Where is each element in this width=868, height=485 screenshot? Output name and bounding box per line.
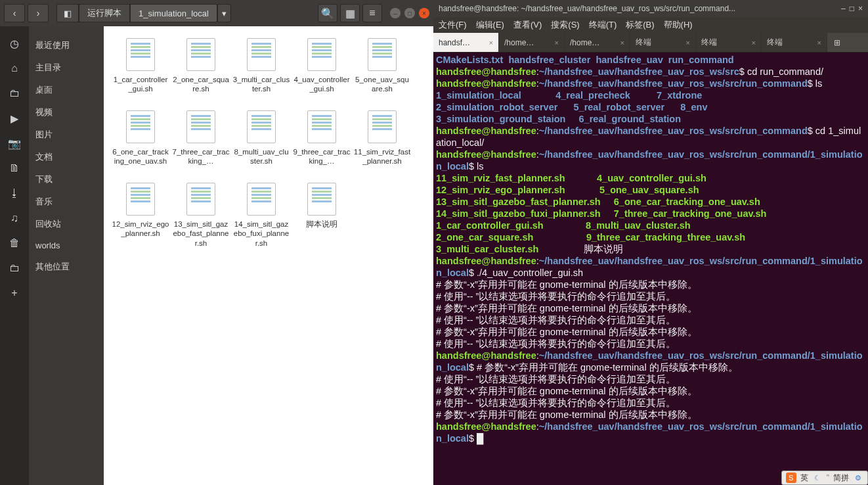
terminal-title: handsfree@handsfree: ~/handsfree_uav/han…	[439, 4, 837, 13]
window-minimize-button[interactable]: –	[390, 8, 401, 18]
window-maximize-button[interactable]: □	[404, 8, 415, 18]
file-item[interactable]: 8_multi_uav_cluster.sh	[231, 108, 292, 180]
place-item-6[interactable]: 下载	[29, 168, 104, 191]
hamburger-icon: ≡	[369, 7, 375, 19]
breadcrumb-item-0[interactable]: 运行脚本	[79, 4, 130, 22]
terminal-tab-1[interactable]: /home…×	[499, 33, 565, 52]
file-item[interactable]: 12_sim_rviz_ego_planner.sh	[110, 180, 171, 252]
view-grid-button[interactable]: ▦	[340, 4, 360, 22]
place-item-7[interactable]: 音乐	[29, 191, 104, 213]
file-icon	[126, 183, 155, 216]
ime-moon-icon: ☾	[812, 473, 823, 483]
file-item[interactable]: 3_multi_car_cluster.sh	[231, 35, 292, 108]
ime-layout: 简拼	[833, 473, 849, 484]
back-button[interactable]: ‹	[4, 4, 25, 22]
terminal-close-button[interactable]: ×	[858, 4, 863, 13]
videos-icon[interactable]: ▶	[8, 112, 21, 125]
music-icon[interactable]: ♫	[8, 212, 21, 225]
place-item-8[interactable]: 回收站	[29, 213, 104, 235]
file-label: 11_sim_rviz_fast_planner.sh	[353, 147, 411, 166]
terminal-menu-2[interactable]: 查看(V)	[513, 19, 542, 31]
place-item-2[interactable]: 桌面	[29, 79, 104, 101]
terminal-menu-5[interactable]: 标签(B)	[626, 19, 654, 31]
ime-punct-icon: "	[827, 473, 829, 482]
folder-icon[interactable]: 🗀	[8, 262, 21, 275]
file-icon	[126, 110, 155, 143]
tab-close-icon[interactable]: ×	[555, 39, 559, 47]
terminal-titlebar: handsfree@handsfree: ~/handsfree_uav/han…	[433, 0, 868, 17]
file-icon	[126, 38, 155, 71]
file-item[interactable]: 14_sim_sitl_gazebo_fuxi_planner.sh	[231, 180, 292, 252]
file-icon	[247, 38, 276, 71]
terminal-menu-6[interactable]: 帮助(H)	[664, 19, 693, 31]
file-icon	[247, 110, 276, 143]
ime-settings-icon: ⚙	[853, 473, 863, 483]
file-item[interactable]: 7_three_car_tracking_…	[171, 108, 231, 180]
file-icon	[186, 38, 215, 71]
tab-close-icon[interactable]: ×	[817, 39, 821, 47]
file-item[interactable]: 6_one_car_tracking_one_uav.sh	[110, 108, 171, 180]
file-icon	[368, 38, 397, 71]
terminal-menu-4[interactable]: 终端(T)	[589, 19, 617, 31]
file-item[interactable]: 4_uav_controller_gui.sh	[292, 35, 352, 108]
place-item-4[interactable]: 图片	[29, 124, 104, 146]
forward-button[interactable]: ›	[28, 4, 49, 22]
terminal-minimize-button[interactable]: –	[841, 4, 846, 13]
terminal-maximize-button[interactable]: □	[850, 4, 854, 13]
place-item-9[interactable]: worlds	[29, 235, 104, 256]
place-item-5[interactable]: 文档	[29, 146, 104, 168]
file-icon	[307, 183, 336, 216]
place-item-0[interactable]: 最近使用	[29, 34, 104, 57]
search-button[interactable]: 🔍	[318, 4, 337, 22]
file-manager-header: ‹ › ◧ 运行脚本 1_simulation_local ▾ 🔍 ▦ ≡ – …	[0, 0, 433, 26]
terminal-new-tab-button[interactable]: ⊞	[827, 33, 847, 52]
terminal-tab-4[interactable]: 终端×	[696, 33, 762, 52]
file-item[interactable]: 11_sim_rviz_fast_planner.sh	[352, 108, 412, 180]
file-grid[interactable]: 1_car_controller_gui.sh2_one_car_square.…	[104, 26, 433, 485]
pictures-icon[interactable]: 📷	[8, 137, 21, 150]
other-plus-icon[interactable]: +	[8, 287, 21, 300]
grid-icon: ▦	[345, 7, 355, 20]
window-close-button[interactable]: ×	[419, 8, 429, 18]
trash-icon[interactable]: 🗑	[8, 237, 21, 250]
tab-close-icon[interactable]: ×	[620, 39, 624, 47]
breadcrumb-item-1[interactable]: 1_simulation_local	[130, 4, 217, 22]
tab-close-icon[interactable]: ×	[752, 39, 756, 47]
ime-logo-icon: S	[786, 473, 796, 483]
terminal-tab-3[interactable]: 终端×	[630, 33, 696, 52]
breadcrumb-home-icon[interactable]: ◧	[56, 4, 79, 22]
file-label: 13_sim_sitl_gazebo_fast_planner.sh	[172, 219, 230, 248]
file-item[interactable]: 脚本说明	[292, 180, 352, 252]
recent-icon[interactable]: ◷	[8, 37, 21, 50]
file-label: 8_multi_uav_cluster.sh	[232, 147, 290, 166]
home-icon[interactable]: ⌂	[8, 62, 21, 75]
file-item[interactable]: 9_three_car_tracking_…	[292, 108, 352, 180]
place-item-3[interactable]: 视频	[29, 101, 104, 124]
file-icon	[186, 110, 215, 143]
file-item[interactable]: 5_one_uav_square.sh	[352, 35, 412, 108]
menu-button[interactable]: ≡	[362, 4, 382, 22]
terminal-tab-5[interactable]: 终端×	[762, 33, 827, 52]
file-item[interactable]: 1_car_controller_gui.sh	[110, 35, 171, 108]
terminal-tab-2[interactable]: /home…×	[565, 33, 630, 52]
terminal-menu-0[interactable]: 文件(F)	[439, 19, 467, 31]
place-item-1[interactable]: 主目录	[29, 57, 104, 79]
downloads-icon[interactable]: ⭳	[8, 187, 21, 200]
tab-close-icon[interactable]: ×	[686, 39, 690, 47]
breadcrumb-dropdown[interactable]: ▾	[217, 4, 231, 22]
terminal-menu-3[interactable]: 搜索(S)	[551, 19, 579, 31]
terminal-tab-0[interactable]: handsf…×	[433, 33, 499, 52]
file-item[interactable]: 2_one_car_square.sh	[171, 35, 231, 108]
terminal-output[interactable]: CMakeLists.txt handsfree_cluster handsfr…	[433, 53, 868, 485]
file-item[interactable]: 13_sim_sitl_gazebo_fast_planner.sh	[171, 180, 231, 252]
tab-close-icon[interactable]: ×	[489, 39, 493, 47]
documents-icon[interactable]: 🗎	[8, 162, 21, 175]
terminal-menu-1[interactable]: 编辑(E)	[476, 19, 504, 31]
ime-indicator-bar[interactable]: S 英 ☾ " 简拼 ⚙	[781, 471, 868, 485]
file-manager-window: ‹ › ◧ 运行脚本 1_simulation_local ▾ 🔍 ▦ ≡ – …	[0, 0, 433, 485]
places-sidebar: 最近使用主目录桌面视频图片文档下载音乐回收站worlds其他位置	[29, 26, 104, 485]
terminal-window: handsfree@handsfree: ~/handsfree_uav/han…	[433, 0, 868, 485]
desktop-icon[interactable]: 🗀	[8, 87, 21, 100]
place-item-10[interactable]: 其他位置	[29, 256, 104, 278]
file-label: 9_three_car_tracking_…	[293, 147, 351, 166]
